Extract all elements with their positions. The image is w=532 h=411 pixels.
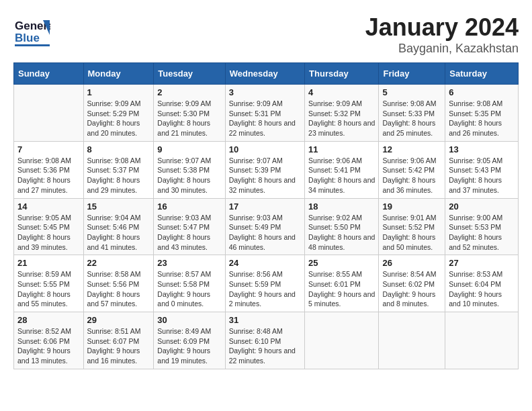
day-number: 17 bbox=[229, 201, 301, 212]
day-detail: Sunrise: 9:01 AMSunset: 5:52 PMDaylight:… bbox=[382, 213, 441, 253]
table-row: 16Sunrise: 9:03 AMSunset: 5:47 PMDayligh… bbox=[154, 198, 225, 255]
table-row: 24Sunrise: 8:56 AMSunset: 5:59 PMDayligh… bbox=[225, 255, 304, 312]
day-detail: Sunrise: 8:58 AMSunset: 5:56 PMDaylight:… bbox=[87, 269, 150, 309]
table-row: 14Sunrise: 9:05 AMSunset: 5:45 PMDayligh… bbox=[14, 198, 84, 255]
table-row: 11Sunrise: 9:06 AMSunset: 5:41 PMDayligh… bbox=[305, 141, 379, 198]
table-row: 4Sunrise: 9:09 AMSunset: 5:32 PMDaylight… bbox=[305, 85, 379, 142]
table-row: 6Sunrise: 9:08 AMSunset: 5:35 PMDaylight… bbox=[445, 85, 519, 142]
day-detail: Sunrise: 9:05 AMSunset: 5:43 PMDaylight:… bbox=[449, 156, 515, 195]
table-row: 15Sunrise: 9:04 AMSunset: 5:46 PMDayligh… bbox=[83, 198, 154, 255]
table-row: 3Sunrise: 9:09 AMSunset: 5:31 PMDaylight… bbox=[225, 85, 304, 142]
day-detail: Sunrise: 9:02 AMSunset: 5:50 PMDaylight:… bbox=[308, 213, 375, 253]
svg-rect-3 bbox=[15, 44, 50, 46]
day-number: 29 bbox=[87, 315, 150, 325]
day-number: 27 bbox=[449, 258, 515, 268]
table-row: 19Sunrise: 9:01 AMSunset: 5:52 PMDayligh… bbox=[379, 198, 445, 255]
table-row: 29Sunrise: 8:51 AMSunset: 6:07 PMDayligh… bbox=[83, 312, 154, 369]
table-row: 12Sunrise: 9:06 AMSunset: 5:42 PMDayligh… bbox=[379, 141, 445, 198]
day-detail: Sunrise: 8:56 AMSunset: 5:59 PMDaylight:… bbox=[229, 269, 301, 309]
day-detail: Sunrise: 8:55 AMSunset: 6:01 PMDaylight:… bbox=[308, 269, 375, 309]
calendar-week-row: 28Sunrise: 8:52 AMSunset: 6:06 PMDayligh… bbox=[14, 312, 519, 369]
table-row: 17Sunrise: 9:03 AMSunset: 5:49 PMDayligh… bbox=[225, 198, 304, 255]
day-number: 18 bbox=[308, 201, 375, 212]
table-row bbox=[305, 312, 379, 369]
table-row bbox=[14, 85, 84, 142]
table-row: 26Sunrise: 8:54 AMSunset: 6:02 PMDayligh… bbox=[379, 255, 445, 312]
day-number: 10 bbox=[229, 144, 301, 154]
day-number: 16 bbox=[157, 201, 221, 212]
logo: General Blue bbox=[13, 13, 50, 50]
table-row: 21Sunrise: 8:59 AMSunset: 5:55 PMDayligh… bbox=[14, 255, 84, 312]
day-number: 26 bbox=[382, 258, 441, 268]
day-number: 31 bbox=[229, 315, 301, 325]
day-number: 25 bbox=[308, 258, 375, 268]
day-detail: Sunrise: 9:03 AMSunset: 5:47 PMDaylight:… bbox=[157, 213, 221, 253]
calendar-week-row: 1Sunrise: 9:09 AMSunset: 5:29 PMDaylight… bbox=[14, 85, 519, 142]
day-number: 12 bbox=[382, 144, 441, 154]
day-detail: Sunrise: 8:49 AMSunset: 6:09 PMDaylight:… bbox=[157, 326, 221, 366]
day-number: 13 bbox=[449, 144, 515, 154]
day-detail: Sunrise: 9:07 AMSunset: 5:38 PMDaylight:… bbox=[157, 156, 221, 195]
table-row: 31Sunrise: 8:48 AMSunset: 6:10 PMDayligh… bbox=[225, 312, 304, 369]
day-detail: Sunrise: 9:09 AMSunset: 5:30 PMDaylight:… bbox=[157, 99, 221, 138]
day-detail: Sunrise: 8:57 AMSunset: 5:58 PMDaylight:… bbox=[157, 269, 221, 309]
day-detail: Sunrise: 9:09 AMSunset: 5:31 PMDaylight:… bbox=[229, 99, 301, 138]
day-number: 14 bbox=[17, 201, 80, 212]
day-detail: Sunrise: 9:07 AMSunset: 5:39 PMDaylight:… bbox=[229, 156, 301, 195]
day-number: 21 bbox=[17, 258, 80, 268]
day-number: 2 bbox=[157, 87, 221, 97]
day-detail: Sunrise: 8:51 AMSunset: 6:07 PMDaylight:… bbox=[87, 326, 150, 366]
day-detail: Sunrise: 9:09 AMSunset: 5:32 PMDaylight:… bbox=[308, 99, 375, 138]
day-detail: Sunrise: 9:08 AMSunset: 5:36 PMDaylight:… bbox=[17, 156, 80, 195]
col-thursday: Thursday bbox=[305, 63, 379, 85]
calendar-header-row: Sunday Monday Tuesday Wednesday Thursday… bbox=[14, 63, 519, 85]
table-row bbox=[379, 312, 445, 369]
day-number: 28 bbox=[17, 315, 80, 325]
day-number: 7 bbox=[17, 144, 80, 154]
day-number: 24 bbox=[229, 258, 301, 268]
day-detail: Sunrise: 9:05 AMSunset: 5:45 PMDaylight:… bbox=[17, 213, 80, 253]
col-wednesday: Wednesday bbox=[225, 63, 304, 85]
table-row: 13Sunrise: 9:05 AMSunset: 5:43 PMDayligh… bbox=[445, 141, 519, 198]
title-block: January 2024 Bayganin, Kazakhstan bbox=[365, 13, 519, 56]
day-detail: Sunrise: 9:08 AMSunset: 5:33 PMDaylight:… bbox=[382, 99, 441, 138]
table-row: 9Sunrise: 9:07 AMSunset: 5:38 PMDaylight… bbox=[154, 141, 225, 198]
calendar-table: Sunday Monday Tuesday Wednesday Thursday… bbox=[13, 62, 519, 369]
day-detail: Sunrise: 8:54 AMSunset: 6:02 PMDaylight:… bbox=[382, 269, 441, 309]
table-row: 5Sunrise: 9:08 AMSunset: 5:33 PMDaylight… bbox=[379, 85, 445, 142]
col-sunday: Sunday bbox=[14, 63, 84, 85]
col-monday: Monday bbox=[83, 63, 154, 85]
table-row: 28Sunrise: 8:52 AMSunset: 6:06 PMDayligh… bbox=[14, 312, 84, 369]
day-detail: Sunrise: 9:06 AMSunset: 5:41 PMDaylight:… bbox=[308, 156, 375, 195]
page-subtitle: Bayganin, Kazakhstan bbox=[365, 42, 519, 56]
day-number: 19 bbox=[382, 201, 441, 212]
day-detail: Sunrise: 9:04 AMSunset: 5:46 PMDaylight:… bbox=[87, 213, 150, 253]
table-row: 1Sunrise: 9:09 AMSunset: 5:29 PMDaylight… bbox=[83, 85, 154, 142]
table-row: 30Sunrise: 8:49 AMSunset: 6:09 PMDayligh… bbox=[154, 312, 225, 369]
day-detail: Sunrise: 9:03 AMSunset: 5:49 PMDaylight:… bbox=[229, 213, 301, 253]
day-number: 11 bbox=[308, 144, 375, 154]
day-number: 15 bbox=[87, 201, 150, 212]
day-detail: Sunrise: 8:48 AMSunset: 6:10 PMDaylight:… bbox=[229, 326, 301, 366]
day-number: 8 bbox=[87, 144, 150, 154]
day-number: 30 bbox=[157, 315, 221, 325]
day-detail: Sunrise: 9:00 AMSunset: 5:53 PMDaylight:… bbox=[449, 213, 515, 253]
day-detail: Sunrise: 9:08 AMSunset: 5:35 PMDaylight:… bbox=[449, 99, 515, 138]
table-row: 2Sunrise: 9:09 AMSunset: 5:30 PMDaylight… bbox=[154, 85, 225, 142]
table-row: 10Sunrise: 9:07 AMSunset: 5:39 PMDayligh… bbox=[225, 141, 304, 198]
table-row: 22Sunrise: 8:58 AMSunset: 5:56 PMDayligh… bbox=[83, 255, 154, 312]
day-number: 20 bbox=[449, 201, 515, 212]
day-detail: Sunrise: 8:52 AMSunset: 6:06 PMDaylight:… bbox=[17, 326, 80, 366]
col-saturday: Saturday bbox=[445, 63, 519, 85]
table-row: 23Sunrise: 8:57 AMSunset: 5:58 PMDayligh… bbox=[154, 255, 225, 312]
table-row bbox=[445, 312, 519, 369]
table-row: 8Sunrise: 9:08 AMSunset: 5:37 PMDaylight… bbox=[83, 141, 154, 198]
day-detail: Sunrise: 9:06 AMSunset: 5:42 PMDaylight:… bbox=[382, 156, 441, 195]
day-number: 5 bbox=[382, 87, 441, 97]
day-detail: Sunrise: 8:59 AMSunset: 5:55 PMDaylight:… bbox=[17, 269, 80, 309]
table-row: 27Sunrise: 8:53 AMSunset: 6:04 PMDayligh… bbox=[445, 255, 519, 312]
calendar-week-row: 14Sunrise: 9:05 AMSunset: 5:45 PMDayligh… bbox=[14, 198, 519, 255]
col-friday: Friday bbox=[379, 63, 445, 85]
day-number: 3 bbox=[229, 87, 301, 97]
day-number: 22 bbox=[87, 258, 150, 268]
